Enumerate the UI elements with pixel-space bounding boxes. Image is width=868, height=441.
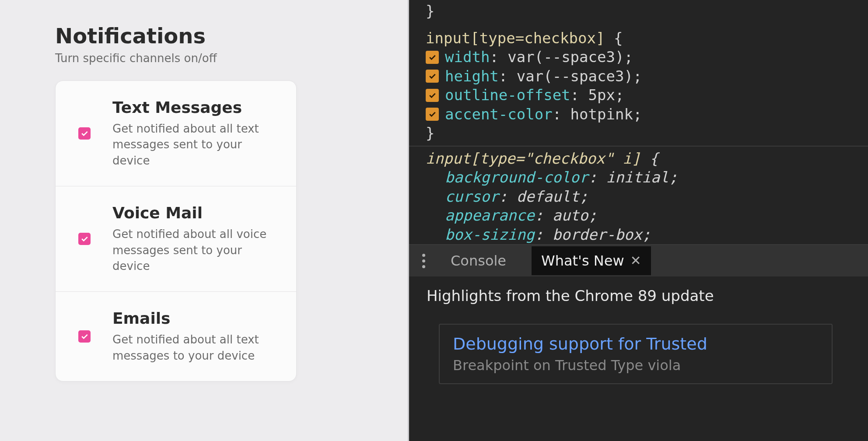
css-declaration[interactable]: accent-color: hotpink;: [409, 105, 868, 124]
rule-separator: [409, 146, 868, 147]
css-declaration[interactable]: height: var(--space3);: [409, 67, 868, 86]
notification-row: Voice Mail Get notified about all voice …: [56, 186, 296, 292]
kebab-menu-icon[interactable]: [422, 254, 425, 268]
notification-row: Text Messages Get notified about all tex…: [56, 81, 296, 186]
checkmark-icon: [428, 53, 437, 62]
notification-item-desc: Get notified about all text messages to …: [112, 332, 279, 364]
notifications-heading: Notifications: [55, 24, 409, 48]
whats-new-card-subtitle: Breakpoint on Trusted Type viola: [453, 357, 819, 374]
css-brace-close: }: [409, 124, 868, 143]
css-declaration-ua: appearance: auto;: [409, 206, 868, 225]
notification-item-title: Voice Mail: [112, 204, 279, 222]
notifications-subheading: Turn specific channels on/off: [55, 52, 409, 65]
devtools-panel: } input[type=checkbox] { width: var(--sp…: [409, 0, 868, 441]
css-declaration[interactable]: outline-offset: 5px;: [409, 86, 868, 105]
notification-item-desc: Get notified about all voice messages se…: [112, 226, 279, 274]
checkbox-voice-mail[interactable]: [78, 233, 91, 245]
whats-new-card[interactable]: Debugging support for Trusted Breakpoint…: [439, 324, 833, 384]
notification-row-text: Text Messages Get notified about all tex…: [112, 98, 279, 168]
whats-new-headline: Highlights from the Chrome 89 update: [427, 287, 868, 304]
checkmark-icon: [80, 332, 89, 341]
checkmark-icon: [428, 72, 437, 80]
tab-whats-new[interactable]: What's New ✕: [532, 246, 651, 275]
notification-row: Emails Get notified about all text messa…: [56, 292, 296, 381]
notification-item-title: Text Messages: [112, 98, 279, 116]
css-declaration[interactable]: width: var(--space3);: [409, 48, 868, 67]
checkmark-icon: [80, 129, 89, 138]
notification-row-text: Voice Mail Get notified about all voice …: [112, 204, 279, 274]
css-declaration-ua: box-sizing: border-box;: [409, 225, 868, 245]
css-property-toggle[interactable]: [426, 108, 439, 121]
tab-label: Console: [451, 252, 506, 269]
css-selector-line-ua: input[type="checkbox" i] {: [409, 149, 868, 168]
checkbox-text-messages[interactable]: [78, 127, 91, 140]
whats-new-card-title[interactable]: Debugging support for Trusted: [453, 334, 819, 354]
css-declaration-ua: cursor: default;: [409, 187, 868, 206]
checkbox-emails[interactable]: [78, 330, 91, 343]
page-preview-panel: Notifications Turn specific channels on/…: [0, 0, 409, 441]
css-property-toggle[interactable]: [426, 70, 439, 83]
drawer-tabbar: Console What's New ✕: [409, 245, 868, 276]
css-property-toggle[interactable]: [426, 51, 439, 64]
tab-label: What's New: [541, 252, 624, 269]
tab-console[interactable]: Console: [441, 246, 516, 275]
styles-pane[interactable]: } input[type=checkbox] { width: var(--sp…: [409, 0, 868, 245]
notifications-card: Text Messages Get notified about all tex…: [55, 80, 297, 382]
drawer-body: Highlights from the Chrome 89 update Deb…: [409, 276, 868, 384]
close-icon[interactable]: ✕: [630, 254, 641, 267]
checkmark-icon: [428, 110, 437, 119]
css-property-toggle[interactable]: [426, 89, 439, 102]
notification-item-desc: Get notified about all text messages sen…: [112, 121, 279, 168]
notification-row-text: Emails Get notified about all text messa…: [112, 309, 279, 364]
css-brace-close: }: [409, 2, 868, 21]
devtools-drawer: Console What's New ✕ Highlights from the…: [409, 245, 868, 441]
css-declaration-ua: background-color: initial;: [409, 168, 868, 187]
css-selector-line[interactable]: input[type=checkbox] {: [409, 29, 868, 48]
checkmark-icon: [428, 91, 437, 100]
checkmark-icon: [80, 234, 89, 243]
notification-item-title: Emails: [112, 309, 279, 327]
